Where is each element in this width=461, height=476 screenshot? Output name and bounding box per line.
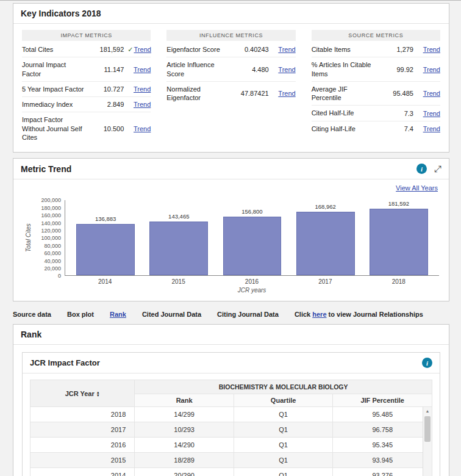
table-row: 2017 10/293 Q1 96.758 — [30, 422, 432, 438]
trend-link[interactable]: Trend — [423, 46, 440, 53]
rank-table-body: 2018 14/299 Q1 95.485 2017 10/293 Q1 96.… — [30, 407, 432, 476]
chart-y-axis: 020,00040,00060,00080,000100,000120,0001… — [33, 200, 65, 276]
cell-jcr-year: 2018 — [30, 407, 135, 422]
cell-rank: 14/290 — [135, 438, 234, 453]
trend-link[interactable]: Trend — [278, 46, 295, 53]
bar-value-label: 181,592 — [388, 200, 409, 207]
tab-rank[interactable]: Rank — [110, 311, 126, 318]
y-axis-tick-label: 60,000 — [44, 250, 61, 256]
metric-row: Citing Half-Life 7.4 ✓Trend — [312, 121, 440, 136]
metric-label: Impact Factor Without Journal Self Cites — [22, 115, 87, 142]
quartile-column-header: Quartile — [234, 394, 333, 407]
bar[interactable] — [370, 209, 428, 275]
rank-title: Rank — [21, 330, 41, 339]
trend-link[interactable]: Trend — [278, 90, 295, 97]
bar[interactable] — [223, 217, 282, 275]
metric-row: Cited Half-Life 7.3 ✓Trend — [312, 106, 440, 121]
bar-group: 168,962 — [291, 200, 360, 275]
trend-link[interactable]: Trend — [423, 125, 440, 132]
metric-row: Impact Factor Without Journal Self Cites… — [22, 112, 151, 145]
tab-citing-journal-data[interactable]: Citing Journal Data — [217, 311, 279, 318]
metric-trend-body: View All Years Total Cites 020,00040,000… — [13, 179, 449, 301]
rank-table-head: JCR Year▲▼ BIOCHEMISTRY & MOLECULAR BIOL… — [30, 380, 432, 407]
rank-panel: Rank JCR Impact Factor i JCR Year▲▼ — [13, 324, 449, 476]
metric-group: IMPACT METRICS Total Cites 181,592 ✓Tren… — [22, 30, 151, 145]
y-axis-tick-label: 120,000 — [41, 228, 61, 234]
view-all-years-link[interactable]: View All Years — [396, 184, 438, 192]
chart-x-axis: 20142015201620172018 — [65, 276, 439, 285]
expand-icon[interactable]: ⤢ — [434, 164, 441, 173]
scroll-up-button[interactable]: ▲ — [426, 407, 430, 415]
metric-trend-cell: ✓Trend — [417, 46, 440, 53]
metric-row: Immediacy Index 2.849 ✓Trend — [22, 97, 151, 112]
tab-box-plot[interactable]: Box plot — [67, 311, 94, 318]
sort-icon[interactable]: ▲▼ — [96, 391, 100, 397]
metric-value: 7.3 — [376, 110, 417, 117]
journal-relationships-link[interactable]: here — [312, 311, 326, 318]
chart-plot-area: 136,883143,465156,800168,962181,592 — [65, 200, 439, 276]
key-indicators-title-row: Key Indicators 2018 — [13, 4, 449, 24]
cell-rank: 18/289 — [135, 453, 234, 468]
trend-link[interactable]: Trend — [134, 101, 151, 108]
table-row: 2015 18/289 Q1 93.945 — [30, 453, 432, 468]
metric-trend-cell: ✓Trend — [417, 110, 440, 117]
cell-rank: 14/299 — [135, 407, 234, 422]
journal-relationships-text-after: to view Journal Relationships — [327, 311, 423, 318]
trend-link[interactable]: Trend — [134, 66, 151, 73]
metric-group: SOURCE METRICS Citable Items 1,279 ✓Tren… — [312, 30, 440, 145]
tab-source-data[interactable]: Source data — [13, 311, 51, 318]
metric-trend-cell: ✓Trend — [273, 46, 296, 53]
key-indicators-title: Key Indicators 2018 — [21, 9, 101, 18]
cell-quartile: Q1 — [234, 422, 333, 438]
metric-trend-cell: ✓Trend — [127, 85, 151, 93]
cell-jcr-year: 2017 — [30, 422, 135, 438]
metric-group-header: SOURCE METRICS — [312, 30, 440, 41]
tab-cited-journal-data[interactable]: Cited Journal Data — [142, 311, 201, 318]
y-axis-tick-label: 180,000 — [41, 205, 61, 211]
sort-down-icon: ▼ — [96, 394, 100, 397]
metric-value: 2.849 — [87, 101, 128, 108]
metric-value: 0.40243 — [231, 46, 273, 53]
info-icon[interactable]: i — [422, 358, 432, 368]
y-axis-tick-label: 200,000 — [41, 197, 61, 203]
metric-label: Citable Items — [312, 45, 376, 54]
metric-value: 99.92 — [376, 66, 417, 73]
info-icon[interactable]: i — [416, 164, 427, 174]
rank-title-row: Rank — [13, 325, 449, 345]
metric-trend-cell: ✓Trend — [127, 46, 151, 54]
table-row: 2018 14/299 Q1 95.485 — [30, 407, 432, 422]
scrollbar-thumb[interactable] — [424, 416, 431, 441]
table-scrollbar[interactable]: ▲ ▼ — [423, 407, 432, 476]
trend-link[interactable]: Trend — [134, 125, 151, 132]
table-row: 2016 14/290 Q1 95.345 — [30, 438, 432, 453]
metric-label: Journal Impact Factor — [22, 60, 87, 78]
bar[interactable] — [76, 224, 135, 275]
trend-link[interactable]: Trend — [423, 90, 440, 97]
bar[interactable] — [149, 222, 208, 275]
metric-trend-title: Metric Trend — [21, 164, 71, 174]
y-axis-tick-label: 0 — [58, 273, 61, 279]
metric-row: 5 Year Impact Factor 10.727 ✓Trend — [22, 82, 151, 97]
y-axis-tick-label: 40,000 — [44, 258, 61, 264]
metric-value: 4.480 — [231, 66, 273, 73]
category-group-header: BIOCHEMISTRY & MOLECULAR BIOLOGY — [135, 380, 432, 394]
trend-link[interactable]: Trend — [134, 46, 151, 53]
bar[interactable] — [296, 212, 355, 275]
trend-link[interactable]: Trend — [423, 110, 440, 117]
cell-jif-percentile: 95.345 — [333, 438, 432, 453]
trend-link[interactable]: Trend — [134, 85, 151, 93]
jif-percentile-column-header: JIF Percentile — [333, 394, 432, 407]
metric-label: Normalized Eigenfactor — [166, 85, 231, 103]
metric-trend-cell: ✓Trend — [127, 125, 151, 132]
bar-value-label: 156,800 — [241, 208, 262, 215]
trend-link[interactable]: Trend — [278, 66, 295, 73]
jcr-year-header[interactable]: JCR Year▲▼ — [30, 380, 135, 407]
trend-link[interactable]: Trend — [423, 66, 440, 73]
scrollbar-track[interactable] — [423, 415, 432, 475]
bar-value-label: 143,465 — [168, 213, 189, 220]
metric-label: 5 Year Impact Factor — [22, 85, 87, 93]
cell-quartile: Q1 — [234, 407, 333, 422]
rank-column-header: Rank — [135, 394, 234, 407]
jcr-impact-factor-icons: i — [422, 358, 432, 368]
metric-value: 47.87421 — [231, 90, 273, 97]
